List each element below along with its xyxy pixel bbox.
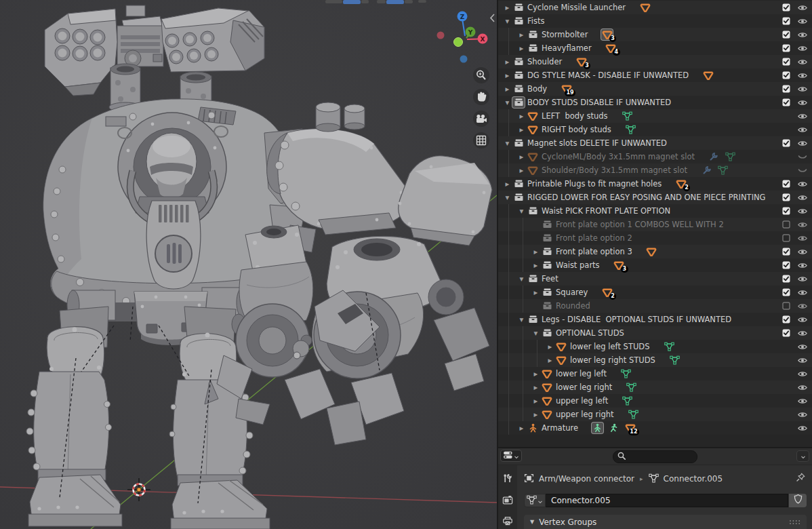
eye-closed-icon[interactable] [797,166,808,175]
outliner-item-label[interactable]: upper leg left [556,394,608,408]
expand-arrow[interactable]: ▼ [516,317,527,323]
outliner-item-label[interactable]: CycloneML/Body 3x1.5mm magnet slot [542,150,695,163]
outliner-item-label[interactable]: Shoulder/Body 3x1.5mm magnet slot [542,163,687,177]
outliner-item-label[interactable]: DG STYLE MASK - DISABLE IF UNWANTED [527,68,689,82]
exclude-checkbox[interactable] [782,261,791,269]
outliner-panel[interactable]: ▶Cyclone Missile Launcher▼Fists▶Stormbol… [498,0,812,447]
outliner-item-label[interactable]: Waist PICK FRONT PLATE OPTION [542,204,670,218]
fake-user-button[interactable] [789,494,807,507]
eye-open-icon[interactable] [797,261,808,270]
outliner-row[interactable]: Rounded [498,299,812,313]
exclude-checkbox[interactable] [782,315,791,324]
outliner-row[interactable]: ▶lower leg right STUDS [498,353,812,367]
outliner-item-label[interactable]: RIGHT body studs [542,123,611,136]
eye-open-icon[interactable] [797,234,808,243]
exclude-checkbox[interactable] [782,139,791,147]
outliner-row[interactable]: ▼Feet [498,272,812,286]
outliner-row[interactable]: ▶Printable Plugs to fit magnet holes2 [498,177,812,191]
outliner-row[interactable]: ▶Waist parts3 [498,258,812,272]
expand-arrow[interactable]: ▶ [502,181,512,187]
editor-type-button[interactable] [500,450,522,462]
eye-open-icon[interactable] [797,17,808,26]
eye-open-icon[interactable] [797,3,808,12]
outliner-row[interactable]: ▶Squarey2 [498,286,812,299]
outliner-item-label[interactable]: Rounded [556,299,590,313]
exclude-checkbox[interactable] [782,234,791,242]
eye-open-icon[interactable] [797,410,808,419]
outliner-row[interactable]: ▼BODY STUDS DISABLE IF UNWANTED [498,96,812,109]
outliner-row[interactable]: ▶Cyclone Missile Launcher [498,1,812,14]
eye-open-icon[interactable] [797,193,808,202]
exclude-checkbox[interactable] [782,193,791,201]
outliner-item-label[interactable]: Waist parts [556,258,600,272]
outliner-row[interactable]: ▶CycloneML/Body 3x1.5mm magnet slot [498,150,812,163]
expand-arrow[interactable]: ▶ [516,45,527,52]
exclude-checkbox[interactable] [782,31,791,39]
outliner-row[interactable]: ▼RIGGED LOWER FOR EASY POSING AND ONE PI… [498,191,812,204]
tab-tool[interactable] [500,474,515,486]
outliner-row[interactable]: ▼Magnet slots DELETE IF UNWANTED [498,136,812,150]
exclude-checkbox[interactable] [782,248,791,256]
outliner-item-label[interactable]: Magnet slots DELETE IF UNWANTED [527,136,667,150]
tab-output[interactable] [500,516,515,528]
3d-viewport[interactable]: Z Y X [0,0,497,529]
outliner-row[interactable]: Front plate option 2 [498,231,812,245]
exclude-checkbox[interactable] [782,180,791,188]
eye-open-icon[interactable] [797,383,808,392]
outliner-row[interactable]: ▶Shoulder3 [498,55,812,68]
eye-open-icon[interactable] [797,356,808,365]
eye-open-icon[interactable] [797,125,808,134]
outliner-item-label[interactable]: lower leg left STUDS [570,340,650,353]
exclude-checkbox[interactable] [782,302,791,310]
exclude-checkbox[interactable] [782,85,791,93]
outliner-item-label[interactable]: lower leg right STUDS [570,353,655,367]
outliner-item-label[interactable]: lower leg right [556,380,612,394]
expand-arrow[interactable]: ▶ [516,127,527,133]
exclude-checkbox[interactable] [782,44,791,52]
outliner-row[interactable]: ▶Armature12 [498,421,812,435]
outliner-item-label[interactable]: Printable Plugs to fit magnet holes [527,177,662,191]
eye-closed-icon[interactable] [797,153,808,161]
expand-arrow[interactable]: ▶ [516,32,527,38]
eye-open-icon[interactable] [797,302,808,311]
exclude-checkbox[interactable] [782,329,791,337]
properties-search[interactable] [613,450,697,463]
eye-open-icon[interactable] [797,31,808,39]
exclude-checkbox[interactable] [782,288,791,296]
expand-arrow[interactable]: ▶ [531,385,541,391]
expand-arrow[interactable]: ▶ [516,113,527,119]
expand-arrow[interactable]: ▶ [516,154,527,160]
exclude-checkbox[interactable] [782,98,791,106]
outliner-item-label[interactable]: Squarey [556,286,588,299]
outliner-item-label[interactable]: Front plate option 3 [556,245,632,258]
outliner-item-label[interactable]: Armature [542,421,578,435]
exclude-checkbox[interactable] [782,17,791,25]
eye-open-icon[interactable] [797,207,808,216]
expand-arrow[interactable]: ▶ [545,357,555,364]
expand-arrow[interactable]: ▼ [516,208,527,214]
outliner-row[interactable]: ▼OPTIONAL STUDS [498,326,812,340]
outliner-row[interactable]: ▶Front plate option 3 [498,245,812,258]
expand-arrow[interactable]: ▶ [516,425,527,431]
outliner-item-label[interactable]: Cyclone Missile Launcher [527,1,626,14]
outliner-item-label[interactable]: Front plate option 1 COMBOS WELL WITH 2 [556,218,724,231]
outliner-item-label[interactable]: BODY STUDS DISABLE IF UNWANTED [527,96,671,109]
expand-arrow[interactable]: ▶ [531,249,541,255]
expand-arrow[interactable]: ▶ [531,371,541,377]
exclude-checkbox[interactable] [782,207,791,215]
eye-open-icon[interactable] [797,71,808,80]
exclude-checkbox[interactable] [782,58,791,66]
expand-arrow[interactable]: ▶ [502,5,512,11]
outliner-item-label[interactable]: RIGGED LOWER FOR EASY POSING AND ONE PIE… [527,191,766,204]
eye-open-icon[interactable] [797,288,808,297]
outliner-row[interactable]: ▶lower leg right [498,380,812,394]
outliner-item-label[interactable]: Shoulder [527,55,562,68]
expand-arrow[interactable]: ▶ [502,59,512,65]
outliner-item-label[interactable]: OPTIONAL STUDS [556,326,624,340]
search-input[interactable] [629,452,686,462]
eye-open-icon[interactable] [797,275,808,283]
expand-arrow[interactable]: ▼ [502,18,512,24]
outliner-item-label[interactable]: LEFT body studs [542,109,608,123]
outliner-row[interactable]: ▶lower leg left [498,367,812,380]
eye-open-icon[interactable] [797,139,808,148]
